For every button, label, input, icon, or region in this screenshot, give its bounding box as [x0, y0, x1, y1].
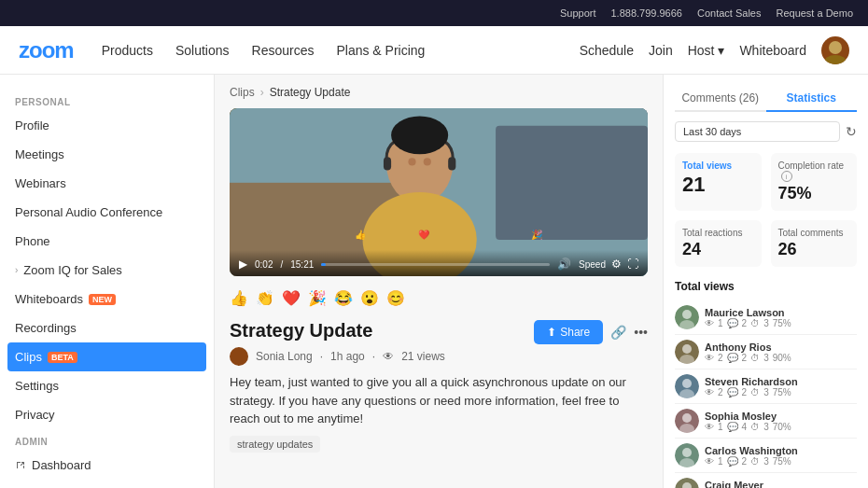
viewer-pct: 70% [773, 422, 791, 432]
viewer-row: Craig Meyer 👁3 💬3 ⏱2 50% [675, 473, 857, 488]
completion-rate-card: Completion rate i 75% [771, 153, 858, 211]
viewer-info: Carlos Washington 👁1 💬2 ⏱3 75% [705, 445, 857, 467]
viewer-stats: 👁2 💬2 ⏱3 75% [705, 387, 857, 397]
settings-button[interactable]: ⚙ [611, 258, 622, 271]
total-duration: 15:21 [290, 259, 314, 270]
phone-number[interactable]: 1.888.799.9666 [611, 7, 682, 19]
completion-rate-label: Completion rate i [778, 160, 850, 182]
react-wow[interactable]: 😮 [360, 289, 379, 307]
logo[interactable]: zoom [19, 37, 74, 63]
refresh-button[interactable]: ↻ [846, 124, 857, 139]
play-pause-button[interactable]: ▶ [239, 258, 247, 271]
viewer-pct: 75% [773, 456, 791, 467]
video-tag[interactable]: strategy updates [230, 436, 320, 453]
beta-badge: BETA [48, 352, 77, 363]
sidebar-item-meetings[interactable]: Meetings [0, 140, 214, 169]
viewer-name: Carlos Washington [705, 445, 857, 456]
total-views-label: Total views [682, 160, 754, 171]
svg-point-11 [424, 158, 431, 165]
sidebar-item-personal-audio[interactable]: Personal Audio Conference [0, 198, 214, 227]
sidebar-item-clips[interactable]: Clips BETA [7, 342, 206, 371]
share-button[interactable]: ⬆ Share [534, 320, 603, 344]
nav-join[interactable]: Join [649, 43, 673, 58]
viewer-row: Maurice Lawson 👁1 💬2 ⏱3 75% [675, 300, 857, 335]
react-clap[interactable]: 👏 [256, 289, 274, 307]
contact-sales-link[interactable]: Contact Sales [697, 7, 761, 19]
speed-button[interactable]: Speed [579, 259, 606, 270]
react-emoji-picker[interactable]: 😊 [386, 289, 405, 307]
info-icon[interactable]: i [781, 171, 792, 182]
react-party[interactable]: 🎉 [308, 289, 327, 307]
external-link-icon [15, 460, 26, 471]
viewer-stats: 👁1 💬2 ⏱3 75% [705, 456, 857, 467]
fullscreen-button[interactable]: ⛶ [627, 258, 638, 271]
volume-button[interactable]: 🔊 [557, 258, 571, 271]
sidebar-item-phone[interactable]: Phone [0, 227, 214, 256]
viewer-name: Steven Richardson [705, 376, 857, 387]
sidebar-item-settings[interactable]: Settings [0, 371, 214, 400]
sidebar-item-dashboard[interactable]: Dashboard [0, 451, 214, 480]
nav-host[interactable]: Host ▾ [688, 43, 725, 58]
support-link[interactable]: Support [560, 7, 596, 19]
react-thumbsup[interactable]: 👍 [230, 289, 248, 307]
main-layout: PERSONAL Profile Meetings Webinars Perso… [0, 75, 868, 488]
nav-solutions[interactable]: Solutions [175, 43, 230, 58]
sidebar-item-user-management[interactable]: ›User Management [0, 480, 214, 488]
total-reactions-label: Total reactions [682, 228, 754, 238]
author-name[interactable]: Sonia Long [256, 350, 313, 363]
breadcrumb-parent[interactable]: Clips [230, 86, 255, 99]
viewers-list: Maurice Lawson 👁1 💬2 ⏱3 75% Anthony Rios… [675, 300, 857, 488]
viewer-row: Sophia Mosley 👁1 💬4 ⏱3 70% [675, 404, 857, 439]
viewer-info: Sophia Mosley 👁1 💬4 ⏱3 70% [705, 411, 857, 432]
admin-section-label: ADMIN [0, 429, 214, 451]
video-player[interactable]: 👍 ❤️ 🎉 ▶ 0:02 / 15:21 🔊 Speed ⚙ ⛶ [230, 108, 648, 276]
progress-bar[interactable] [321, 263, 550, 266]
chat-icon: 💬 [727, 318, 738, 328]
user-avatar[interactable] [821, 36, 849, 64]
more-options-button[interactable]: ••• [634, 325, 648, 340]
statistics-tab[interactable]: Statistics [766, 86, 858, 112]
nav-whiteboard[interactable]: Whiteboard [739, 43, 806, 58]
nav-links: Products Solutions Resources Plans & Pri… [102, 43, 580, 58]
reaction-bar: 👍 👏 ❤️ 🎉 😂 😮 😊 [230, 286, 648, 311]
date-range-select[interactable]: Last 30 days [675, 121, 840, 142]
nav-right: Schedule Join Host ▾ Whiteboard [580, 36, 849, 64]
video-description: Hey team, just wanted to give you all a … [230, 373, 648, 428]
total-comments-value: 26 [778, 240, 850, 259]
link-button[interactable]: 🔗 [610, 325, 626, 340]
react-heart[interactable]: ❤️ [282, 289, 301, 307]
nav-schedule[interactable]: Schedule [580, 43, 634, 58]
clock-icon: ⏱ [750, 318, 760, 328]
chat-icon: 💬 [727, 422, 738, 432]
share-area: ⬆ Share 🔗 ••• [534, 320, 648, 344]
sidebar-item-profile[interactable]: Profile [0, 111, 214, 140]
viewer-name: Craig Meyer [705, 480, 857, 489]
sidebar-item-webinars[interactable]: Webinars [0, 169, 214, 198]
viewer-avatar [675, 340, 699, 364]
clock-icon: ⏱ [750, 456, 760, 467]
total-views-value: 21 [682, 173, 754, 197]
total-comments-label: Total comments [778, 228, 850, 238]
request-demo-link[interactable]: Request a Demo [776, 7, 853, 19]
svg-point-16 [682, 344, 692, 354]
viewer-pct: 75% [773, 318, 791, 328]
nav-resources[interactable]: Resources [252, 43, 315, 58]
comments-tab[interactable]: Comments (26) [675, 86, 766, 110]
viewer-stats: 👁1 💬2 ⏱3 75% [705, 318, 857, 328]
dot-separator: · [320, 350, 323, 363]
viewer-name: Sophia Mosley [705, 411, 857, 422]
viewer-avatar [675, 409, 699, 433]
main-nav: zoom Products Solutions Resources Plans … [0, 26, 868, 75]
share-icon: ⬆ [547, 326, 556, 339]
date-filter: Last 30 days ↻ [675, 121, 857, 142]
progress-fill [321, 263, 326, 266]
sidebar-item-privacy[interactable]: Privacy [0, 400, 214, 429]
nav-products[interactable]: Products [102, 43, 153, 58]
clock-icon: ⏱ [750, 353, 760, 363]
sidebar-item-whiteboards[interactable]: Whiteboards NEW [0, 285, 214, 314]
sidebar-item-recordings[interactable]: Recordings [0, 314, 214, 342]
react-laugh[interactable]: 😂 [334, 289, 353, 307]
sidebar-item-zoom-iq[interactable]: ›Zoom IQ for Sales [0, 256, 214, 285]
eye-icon: 👁 [705, 422, 714, 432]
nav-plans-pricing[interactable]: Plans & Pricing [336, 43, 425, 58]
